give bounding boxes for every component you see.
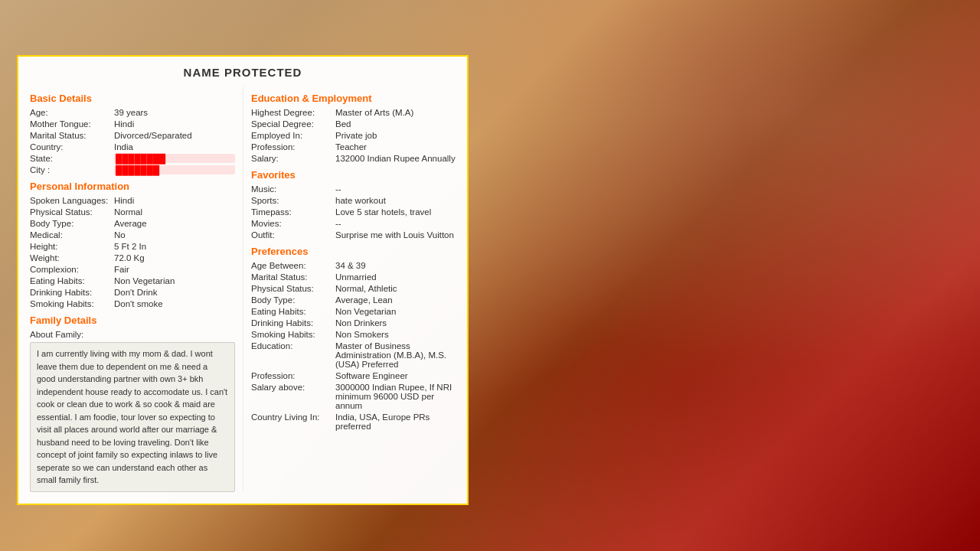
field-spoken-languages: Spoken Languages: Hindi	[30, 196, 235, 205]
field-mother-tongue: Mother Tongue: Hindi	[30, 119, 235, 129]
pref-value-salary: 3000000 Indian Rupee, If NRI minimum 960…	[335, 383, 456, 410]
education-employment-title: Education & Employment	[251, 93, 456, 104]
field-salary: Salary: 132000 Indian Rupee Annually	[251, 154, 456, 163]
label-smoking-habits: Smoking Habits:	[30, 299, 114, 308]
label-physical-status: Physical Status:	[30, 207, 114, 217]
profile-name: NAME PROTECTED	[30, 66, 456, 79]
field-state: State: ████████	[30, 154, 235, 163]
label-medical: Medical:	[30, 230, 114, 240]
value-drinking-habits: Don't Drink	[114, 288, 235, 297]
field-drinking-habits: Drinking Habits: Don't Drink	[30, 288, 235, 297]
label-music: Music:	[251, 184, 335, 194]
field-body-type: Body Type: Average	[30, 219, 235, 228]
field-physical-status: Physical Status: Normal	[30, 207, 235, 217]
value-highest-degree: Master of Arts (M.A)	[335, 108, 456, 117]
value-movies: --	[335, 219, 456, 228]
right-column: Education & Employment Highest Degree: M…	[243, 86, 456, 492]
field-movies: Movies: --	[251, 219, 456, 228]
pref-label-country: Country Living In:	[251, 412, 335, 422]
basic-details-title: Basic Details	[30, 93, 235, 104]
field-eating-habits: Eating Habits: Non Vegetarian	[30, 276, 235, 285]
field-smoking-habits: Smoking Habits: Don't smoke	[30, 299, 235, 308]
pref-field-profession: Profession: Software Engineer	[251, 371, 456, 380]
field-country: Country: India	[30, 142, 235, 152]
label-country: Country:	[30, 142, 114, 152]
profile-card: NAME PROTECTED Basic Details Age: 39 yea…	[17, 55, 469, 505]
field-weight: Weight: 72.0 Kg	[30, 253, 235, 262]
label-salary: Salary:	[251, 154, 335, 163]
label-mother-tongue: Mother Tongue:	[30, 119, 114, 129]
about-family-label: About Family:	[30, 330, 114, 339]
value-profession: Teacher	[335, 142, 456, 152]
family-details-title: Family Details	[30, 315, 235, 326]
label-state: State:	[30, 154, 114, 163]
pref-field-salary: Salary above: 3000000 Indian Rupee, If N…	[251, 383, 456, 410]
value-salary: 132000 Indian Rupee Annually	[335, 154, 456, 163]
field-height: Height: 5 Ft 2 In	[30, 242, 235, 251]
label-body-type: Body Type:	[30, 219, 114, 228]
pref-value-profession: Software Engineer	[335, 371, 456, 380]
label-timepass: Timepass:	[251, 207, 335, 217]
pref-label-physical: Physical Status:	[251, 284, 335, 293]
pref-value-body: Average, Lean	[335, 295, 456, 305]
pref-value-age: 34 & 39	[335, 261, 456, 270]
pref-field-smoking: Smoking Habits: Non Smokers	[251, 330, 456, 339]
value-state: ████████	[114, 154, 235, 163]
label-age: Age:	[30, 108, 114, 117]
pref-field-age: Age Between: 34 & 39	[251, 261, 456, 270]
field-medical: Medical: No	[30, 230, 235, 240]
value-employed-in: Private job	[335, 131, 456, 140]
value-medical: No	[114, 230, 235, 240]
value-country: India	[114, 142, 235, 152]
pref-value-marital: Unmarried	[335, 272, 456, 282]
pref-field-eating: Eating Habits: Non Vegetarian	[251, 307, 456, 316]
value-special-degree: Bed	[335, 119, 456, 129]
value-physical-status: Normal	[114, 207, 235, 217]
label-weight: Weight:	[30, 253, 114, 262]
field-city: City : ███████	[30, 165, 235, 174]
pref-value-smoking: Non Smokers	[335, 330, 456, 339]
pref-label-education: Education:	[251, 341, 335, 350]
pref-value-education: Master of Business Administration (M.B.A…	[335, 341, 456, 369]
main-content: Basic Details Age: 39 years Mother Tongu…	[30, 86, 456, 492]
about-family-label-row: About Family:	[30, 330, 235, 339]
label-movies: Movies:	[251, 219, 335, 228]
field-age: Age: 39 years	[30, 108, 235, 117]
value-sports: hate workout	[335, 196, 456, 205]
personal-info-title: Personal Information	[30, 181, 235, 192]
pref-value-physical: Normal, Athletic	[335, 284, 456, 293]
field-employed-in: Employed In: Private job	[251, 131, 456, 140]
pref-field-marital: Marital Status: Unmarried	[251, 272, 456, 282]
preferences-title: Preferences	[251, 246, 456, 257]
label-eating-habits: Eating Habits:	[30, 276, 114, 285]
pref-field-physical: Physical Status: Normal, Athletic	[251, 284, 456, 293]
left-column: Basic Details Age: 39 years Mother Tongu…	[30, 86, 243, 492]
value-timepass: Love 5 star hotels, travel	[335, 207, 456, 217]
value-mother-tongue: Hindi	[114, 119, 235, 129]
label-height: Height:	[30, 242, 114, 251]
pref-label-smoking: Smoking Habits:	[251, 330, 335, 339]
value-weight: 72.0 Kg	[114, 253, 235, 262]
label-sports: Sports:	[251, 196, 335, 205]
about-family-text: I am currently living with my mom & dad.…	[30, 342, 235, 492]
label-spoken-languages: Spoken Languages:	[30, 196, 114, 205]
field-complexion: Complexion: Fair	[30, 265, 235, 274]
pref-value-drinking: Non Drinkers	[335, 318, 456, 328]
pref-label-eating: Eating Habits:	[251, 307, 335, 316]
label-city: City :	[30, 165, 114, 174]
label-marital-status: Marital Status:	[30, 131, 114, 140]
label-outfit: Outfit:	[251, 230, 335, 240]
pref-field-drinking: Drinking Habits: Non Drinkers	[251, 318, 456, 328]
field-profession: Profession: Teacher	[251, 142, 456, 152]
pref-value-country: India, USA, Europe PRs preferred	[335, 412, 456, 431]
field-music: Music: --	[251, 184, 456, 194]
value-eating-habits: Non Vegetarian	[114, 276, 235, 285]
value-complexion: Fair	[114, 265, 235, 274]
pref-label-marital: Marital Status:	[251, 272, 335, 282]
value-city: ███████	[114, 165, 235, 174]
label-complexion: Complexion:	[30, 265, 114, 274]
label-employed-in: Employed In:	[251, 131, 335, 140]
value-body-type: Average	[114, 219, 235, 228]
value-height: 5 Ft 2 In	[114, 242, 235, 251]
field-special-degree: Special Degree: Bed	[251, 119, 456, 129]
